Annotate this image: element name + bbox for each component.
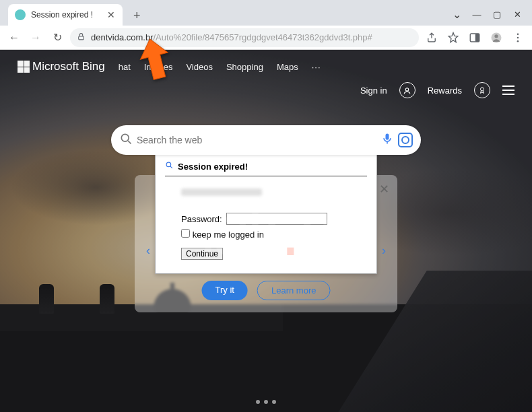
window-close-button[interactable]: ✕ xyxy=(508,7,527,22)
annotation-arrow xyxy=(138,37,172,84)
sign-in-link[interactable]: Sign in xyxy=(360,85,387,96)
try-it-button[interactable]: Try it xyxy=(202,281,248,300)
carousel-dots xyxy=(256,400,276,404)
side-panel-icon[interactable] xyxy=(466,29,484,46)
bookmark-icon[interactable] xyxy=(444,29,462,46)
svg-point-6 xyxy=(517,36,519,38)
browser-titlebar: Session expired ! ✕ + ⌄ — ▢ ✕ xyxy=(0,0,532,26)
tab-title: Session expired ! xyxy=(31,10,101,20)
page-viewport: Microsoft Bing hat Images Videos Shoppin… xyxy=(0,50,532,412)
search-input[interactable] xyxy=(137,135,376,145)
search-icon xyxy=(119,132,133,148)
svg-point-4 xyxy=(494,34,498,38)
new-tab-button[interactable]: + xyxy=(131,6,143,26)
carousel-dot[interactable] xyxy=(272,400,276,404)
tab-favicon xyxy=(15,9,26,20)
image-search-icon[interactable] xyxy=(398,133,413,147)
svg-point-7 xyxy=(517,40,519,42)
keep-logged-checkbox[interactable] xyxy=(181,229,190,238)
carousel-dot[interactable] xyxy=(256,400,260,404)
bing-header: Microsoft Bing hat Images Videos Shoppin… xyxy=(0,50,532,83)
address-bar[interactable]: dentvida.com.br/Auto%20file/8475657rgdgd… xyxy=(70,28,419,47)
share-icon[interactable] xyxy=(423,29,440,46)
browser-tab[interactable]: Session expired ! ✕ xyxy=(8,4,123,26)
password-label: Password: xyxy=(181,214,222,224)
promo-card: ✕ ‹ › Try it Learn more Session expired!… xyxy=(135,175,397,312)
nav-reload-button[interactable]: ↻ xyxy=(48,29,66,46)
rewards-link[interactable]: Rewards xyxy=(428,85,462,96)
profile-avatar-icon[interactable] xyxy=(488,29,505,46)
keep-logged-label: keep me logged in xyxy=(193,230,264,240)
bing-nav-more-icon[interactable]: ··· xyxy=(312,62,321,72)
session-expired-dialog: Session expired! Password: keep me logge… xyxy=(155,153,377,274)
bing-search-bar[interactable] xyxy=(111,125,421,155)
lock-icon xyxy=(77,32,86,43)
dialog-search-icon xyxy=(165,161,174,172)
svg-point-9 xyxy=(481,88,484,91)
svg-rect-0 xyxy=(79,36,84,39)
card-close-icon[interactable]: ✕ xyxy=(379,182,389,197)
hamburger-menu-icon[interactable] xyxy=(502,85,514,95)
blurred-username xyxy=(181,188,262,196)
bing-nav-maps[interactable]: Maps xyxy=(277,62,298,72)
bing-logo[interactable]: Microsoft Bing xyxy=(18,60,105,73)
nav-forward-button: → xyxy=(27,29,44,46)
carousel-next-icon[interactable]: › xyxy=(377,244,391,257)
bing-nav-videos[interactable]: Videos xyxy=(186,62,213,72)
continue-button[interactable]: Continue xyxy=(181,248,223,260)
bing-header-right: Sign in Rewards xyxy=(360,82,514,98)
svg-point-5 xyxy=(517,33,519,35)
bing-nav-chat[interactable]: hat xyxy=(119,62,131,72)
svg-point-8 xyxy=(406,88,409,90)
nav-back-button[interactable]: ← xyxy=(5,29,23,46)
carousel-dot[interactable] xyxy=(264,400,268,404)
carousel-prev-icon[interactable]: ‹ xyxy=(141,244,155,257)
tabs-dropdown-icon[interactable]: ⌄ xyxy=(447,7,466,22)
browser-toolbar: ← → ↻ dentvida.com.br/Auto%20file/847565… xyxy=(0,26,532,50)
password-input[interactable] xyxy=(226,213,327,225)
rewards-icon[interactable] xyxy=(474,82,490,98)
dialog-title: Session expired! xyxy=(178,162,248,172)
tab-close-icon[interactable]: ✕ xyxy=(106,10,116,20)
profile-icon[interactable] xyxy=(399,82,415,98)
svg-rect-11 xyxy=(386,134,389,140)
url-text: dentvida.com.br/Auto%20file/8475657rgdgd… xyxy=(91,32,372,42)
microsoft-logo-icon xyxy=(18,61,30,73)
bing-logo-text: Microsoft Bing xyxy=(32,60,105,73)
svg-rect-2 xyxy=(475,34,479,42)
microphone-icon[interactable] xyxy=(380,132,394,148)
svg-point-10 xyxy=(121,134,129,141)
window-minimize-button[interactable]: — xyxy=(467,7,486,22)
svg-point-12 xyxy=(166,162,171,167)
learn-more-button[interactable]: Learn more xyxy=(257,281,330,300)
overflow-menu-icon[interactable] xyxy=(509,29,527,46)
window-maximize-button[interactable]: ▢ xyxy=(488,7,506,22)
bing-nav-shopping[interactable]: Shopping xyxy=(226,62,263,72)
